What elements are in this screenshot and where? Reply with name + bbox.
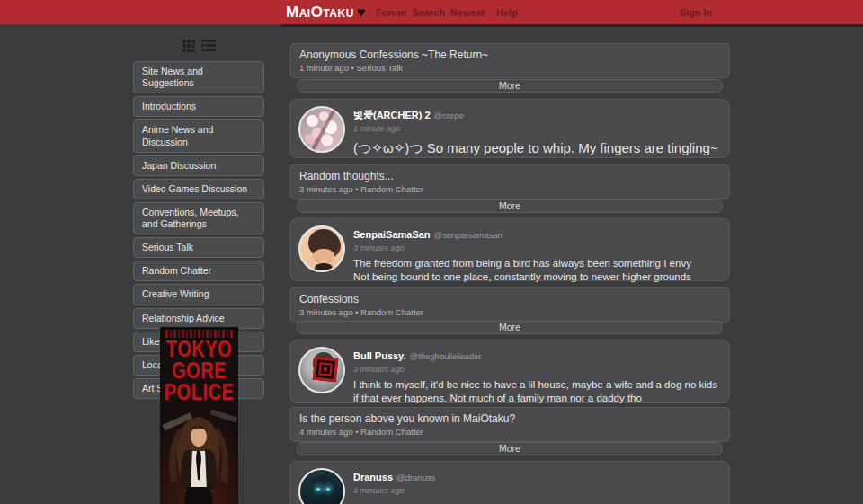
- thread-title: Is the person above you known in MaiOtak…: [299, 412, 720, 425]
- thread-meta: 3 minutes ago • Random Chatter: [299, 307, 720, 317]
- post-timestamp: 1 minute ago: [353, 124, 720, 133]
- list-view-icon[interactable]: [201, 40, 216, 52]
- thread-title: Anonymous Confessions ~The Return~: [299, 49, 720, 61]
- sidebar-item-site-news[interactable]: Site News and Suggestions: [133, 61, 264, 93]
- sign-in-button[interactable]: Sign In: [673, 0, 718, 24]
- navbar-shadow: [281, 24, 863, 27]
- post-handle: @senpaisamasan: [434, 230, 503, 240]
- post-message: The freedom granted from being a bird ha…: [353, 257, 720, 284]
- more-button[interactable]: More: [297, 199, 723, 213]
- post-timestamp: 3 minutes ago: [353, 365, 720, 374]
- post-card: 빛爱(ARCHER) 2@crepe 1 minute ago (つ✧ω✧)つ …: [289, 99, 730, 158]
- view-toggle: [133, 40, 264, 52]
- sidebar-item-relationship[interactable]: Relationship Advice: [133, 308, 264, 329]
- post-username[interactable]: SenpaiSamaSan: [353, 229, 431, 240]
- post-username[interactable]: 빛爱(ARCHER) 2: [353, 110, 431, 120]
- sidebar-item-video-games[interactable]: Video Games Discussion: [133, 179, 264, 199]
- post-username[interactable]: Bull Pussy.: [353, 350, 405, 361]
- thread-title: Random thoughts...: [299, 170, 720, 182]
- post-handle: @crepe: [434, 111, 464, 120]
- thread-card[interactable]: Is the person above you known in MaiOtak…: [289, 407, 730, 442]
- post-handle: @dranuss: [396, 473, 435, 482]
- post-card: SenpaiSamaSan@senpaisamasan 3 minutes ag…: [289, 218, 730, 281]
- grid-view-icon[interactable]: [182, 40, 195, 52]
- top-navbar: MaiOtaku ♥ Forum Search Newest Help Sign…: [0, 0, 863, 24]
- poster-title: TOKYO GORE POLICE: [160, 339, 238, 402]
- tokyo-gore-police-ad[interactable]: TOKYO GORE POLICE: [160, 327, 238, 504]
- poster-figure-image: [160, 401, 238, 504]
- post-timestamp: 3 minutes ago: [353, 243, 720, 252]
- sidebar-item-serious-talk[interactable]: Serious Talk: [133, 237, 264, 258]
- cherry-blossom-avatar[interactable]: [298, 106, 345, 153]
- thread-card[interactable]: Confessions 3 minutes ago • Random Chatt…: [289, 287, 730, 323]
- thread-meta: 4 minutes ago • Random Chatter: [299, 427, 720, 437]
- brand-name: MaiOtaku: [286, 4, 354, 22]
- thread-meta: 3 minutes ago • Random Chatter: [299, 184, 720, 194]
- sidebar-item-creative-writing[interactable]: Creative Writing: [133, 284, 264, 305]
- thread-meta: 1 minute ago • Serious Talk: [299, 63, 720, 73]
- more-button[interactable]: More: [297, 321, 723, 334]
- thread-card[interactable]: Random thoughts... 3 minutes ago • Rando…: [289, 164, 730, 199]
- post-username[interactable]: Dranuss: [353, 472, 393, 482]
- nav-link-newest[interactable]: Newest: [445, 0, 490, 24]
- anime-boy-avatar[interactable]: [298, 225, 345, 272]
- sidebar-item-random-chatter[interactable]: Random Chatter: [133, 261, 264, 281]
- brand-logo[interactable]: MaiOtaku ♥: [286, 0, 365, 24]
- thread-card[interactable]: Anonymous Confessions ~The Return~ 1 min…: [289, 43, 730, 78]
- sidebar-item-conventions[interactable]: Conventions, Meetups, and Gatherings: [133, 202, 264, 234]
- post-card: Bull Pussy.@theghoulieleader 3 minutes a…: [289, 340, 730, 403]
- post-card: Dranuss@dranuss 4 minutes ago The simp: [289, 461, 730, 504]
- more-button[interactable]: More: [297, 79, 723, 93]
- post-handle: @theghoulieleader: [409, 351, 481, 361]
- sidebar-item-japan[interactable]: Japan Discussion: [133, 155, 264, 176]
- sidebar-item-introductions[interactable]: Introductions: [133, 96, 264, 117]
- post-timestamp: 4 minutes ago: [353, 486, 720, 495]
- nav-link-help[interactable]: Help: [485, 0, 529, 24]
- thread-title: Confessions: [299, 293, 720, 305]
- glowing-eyes-avatar[interactable]: [298, 468, 345, 504]
- post-message: (つ✧ω✧)つ So many people to whip. My finge…: [353, 139, 720, 157]
- more-button[interactable]: More: [297, 442, 723, 455]
- sidebar-item-anime-news[interactable]: Anime News and Discussion: [133, 119, 264, 152]
- heart-icon: ♥: [357, 5, 366, 20]
- post-message: I think to myself, it'd be nice to have …: [353, 378, 720, 405]
- red-spiral-mask-avatar[interactable]: [298, 347, 345, 393]
